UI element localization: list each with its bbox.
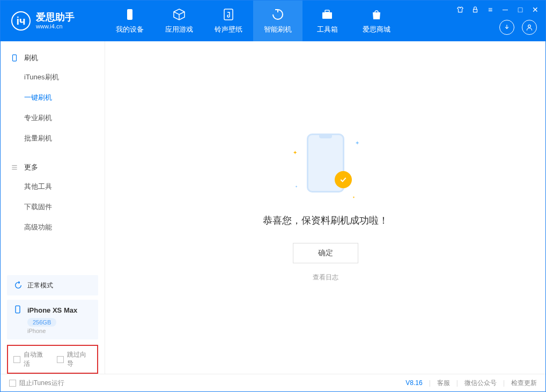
maximize-icon[interactable]: □ <box>515 5 525 14</box>
sidebar-item-download-firmware[interactable]: 下载固件 <box>1 197 105 217</box>
tab-label: 铃声壁纸 <box>215 25 242 34</box>
sparkle-icon: ✦ <box>295 184 298 188</box>
footer-link-check-update[interactable]: 检查更新 <box>511 379 537 388</box>
minimize-icon[interactable]: ─ <box>500 5 510 14</box>
device-type-text: iPhone <box>27 328 92 334</box>
footer-link-support[interactable]: 客服 <box>437 379 450 388</box>
close-icon[interactable]: ✕ <box>530 5 540 14</box>
svg-rect-3 <box>325 10 329 12</box>
app-title: 爱思助手 <box>36 12 75 23</box>
sidebar-section-more: 更多 <box>1 158 105 176</box>
tab-apps-games[interactable]: 应用游戏 <box>154 1 204 41</box>
bag-icon <box>370 8 383 21</box>
tab-label: 我的设备 <box>116 25 144 34</box>
device-info-box[interactable]: iPhone XS Max 256GB iPhone <box>7 300 98 339</box>
sync-icon <box>13 280 23 290</box>
menu-icon[interactable]: ≡ <box>485 5 495 14</box>
sparkle-icon: ✦ <box>293 150 297 156</box>
toolbox-icon <box>320 8 334 21</box>
app-logo-icon: iч <box>11 11 31 31</box>
download-icon[interactable] <box>499 20 514 35</box>
checkmark-badge-icon <box>335 171 352 188</box>
footer-link-wechat[interactable]: 微信公众号 <box>464 379 497 388</box>
sidebar-item-itunes-flash[interactable]: iTunes刷机 <box>1 67 105 87</box>
sidebar-item-oneclick-flash[interactable]: 一键刷机 <box>1 87 105 108</box>
shirt-icon[interactable] <box>455 5 465 14</box>
list-icon <box>10 163 19 172</box>
main-content: ✦ ✦ ✦ ✦ 恭喜您，保资料刷机成功啦！ 确定 查看日志 <box>105 41 545 374</box>
checkbox-icon <box>9 380 16 387</box>
success-message: 恭喜您，保资料刷机成功啦！ <box>263 214 388 227</box>
divider: | <box>503 379 505 387</box>
sparkle-icon: ✦ <box>355 140 359 146</box>
tab-ringtone-wallpaper[interactable]: 铃声壁纸 <box>204 1 253 41</box>
checkbox-label: 自动激活 <box>24 350 48 368</box>
checkbox-icon <box>13 356 20 363</box>
tab-smart-flash[interactable]: 智能刷机 <box>253 1 302 41</box>
phone-small-icon <box>13 305 23 315</box>
app-subtitle: www.i4.cn <box>36 23 75 29</box>
svg-rect-7 <box>16 306 20 313</box>
sparkle-icon: ✦ <box>352 195 355 199</box>
svg-point-5 <box>528 25 531 27</box>
status-bar: 阻止iTunes运行 V8.16 | 客服 | 微信公众号 | 检查更新 <box>1 374 545 391</box>
checkbox-icon <box>57 356 64 363</box>
tab-store[interactable]: 爱思商城 <box>352 1 401 41</box>
window-controls: ≡ ─ □ ✕ <box>455 5 540 14</box>
success-illustration: ✦ ✦ ✦ ✦ <box>301 134 350 198</box>
tab-label: 智能刷机 <box>264 25 292 34</box>
highlighted-checkbox-row: 自动激活 跳过向导 <box>7 345 98 374</box>
view-log-link[interactable]: 查看日志 <box>313 273 338 282</box>
sidebar-item-batch-flash[interactable]: 批量刷机 <box>1 128 105 149</box>
svg-rect-2 <box>322 12 332 19</box>
sidebar-section-flash: 刷机 <box>1 49 105 67</box>
section-title: 刷机 <box>24 53 38 63</box>
checkbox-block-itunes[interactable]: 阻止iTunes运行 <box>9 379 64 388</box>
checkbox-label: 阻止iTunes运行 <box>19 379 64 388</box>
logo-area: iч 爱思助手 www.i4.cn <box>1 11 105 31</box>
device-icon <box>123 8 137 21</box>
svg-rect-0 <box>127 9 132 20</box>
music-file-icon <box>222 8 235 21</box>
device-capacity-badge: 256GB <box>27 318 56 327</box>
cube-icon <box>172 8 186 21</box>
sidebar-item-pro-flash[interactable]: 专业刷机 <box>1 108 105 128</box>
device-mode-status[interactable]: 正常模式 <box>7 275 98 295</box>
tab-label: 应用游戏 <box>165 25 193 34</box>
tab-label: 爱思商城 <box>363 25 390 34</box>
status-text: 正常模式 <box>27 281 53 290</box>
phone-icon <box>10 54 19 62</box>
svg-rect-6 <box>13 55 17 61</box>
svg-rect-4 <box>474 9 477 12</box>
tab-toolbox[interactable]: 工具箱 <box>302 1 352 41</box>
checkbox-label: 跳过向导 <box>67 350 92 368</box>
divider: | <box>456 379 458 387</box>
sidebar: 刷机 iTunes刷机 一键刷机 专业刷机 批量刷机 更多 其他工具 下载固件 … <box>1 41 105 374</box>
refresh-shield-icon <box>271 8 285 21</box>
lock-icon[interactable] <box>470 5 480 14</box>
tab-my-device[interactable]: 我的设备 <box>105 1 154 41</box>
title-bar: iч 爱思助手 www.i4.cn 我的设备 应用游戏 铃声壁纸 智能刷机 工具… <box>1 1 545 41</box>
divider: | <box>429 379 431 387</box>
device-name-text: iPhone XS Max <box>27 306 77 314</box>
checkbox-skip-guide[interactable]: 跳过向导 <box>57 350 92 368</box>
nav-tabs: 我的设备 应用游戏 铃声壁纸 智能刷机 工具箱 爱思商城 <box>105 1 401 41</box>
version-text: V8.16 <box>405 379 422 387</box>
user-icon[interactable] <box>522 20 537 35</box>
sidebar-item-advanced[interactable]: 高级功能 <box>1 217 105 238</box>
tab-label: 工具箱 <box>317 25 338 34</box>
ok-button[interactable]: 确定 <box>293 243 358 263</box>
checkbox-auto-activate[interactable]: 自动激活 <box>13 350 48 368</box>
sidebar-item-other-tools[interactable]: 其他工具 <box>1 176 105 197</box>
section-title: 更多 <box>24 162 38 172</box>
svg-rect-1 <box>224 9 233 20</box>
